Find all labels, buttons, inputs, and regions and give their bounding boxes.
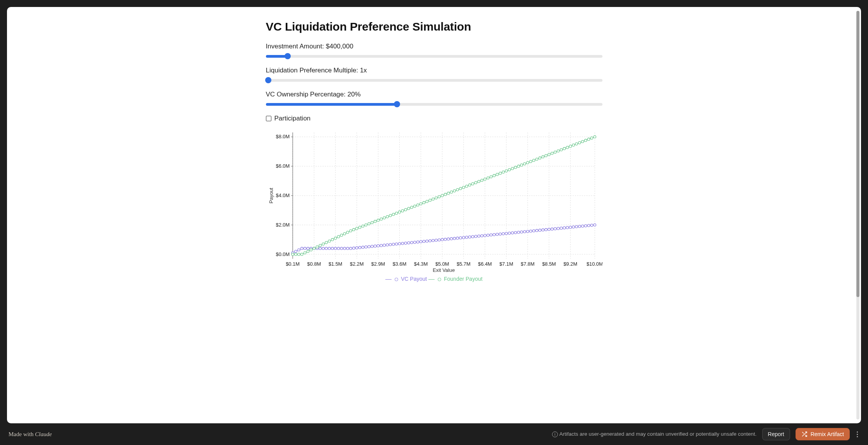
svg-point-159 xyxy=(325,241,327,244)
svg-point-152 xyxy=(304,252,306,254)
svg-point-225 xyxy=(526,162,528,164)
investment-amount-label: Investment Amount: $400,000 xyxy=(266,43,602,50)
svg-point-195 xyxy=(435,197,437,199)
svg-point-224 xyxy=(523,163,526,165)
svg-point-242 xyxy=(578,141,580,144)
info-icon: i xyxy=(552,431,558,437)
svg-point-151 xyxy=(300,253,303,255)
svg-text:$10.0M: $10.0M xyxy=(586,261,602,267)
svg-point-161 xyxy=(331,239,333,241)
svg-point-167 xyxy=(349,230,352,232)
svg-point-99 xyxy=(447,238,449,240)
svg-point-181 xyxy=(392,213,394,215)
svg-point-95 xyxy=(435,239,437,241)
svg-point-196 xyxy=(438,196,440,198)
svg-point-114 xyxy=(493,234,495,236)
svg-point-84 xyxy=(401,242,404,244)
svg-point-72 xyxy=(364,246,367,248)
svg-point-77 xyxy=(380,244,382,247)
svg-point-221 xyxy=(514,166,516,168)
svg-point-79 xyxy=(386,244,388,246)
svg-point-120 xyxy=(511,232,513,234)
svg-point-80 xyxy=(389,243,391,246)
svg-point-208 xyxy=(475,181,477,184)
svg-point-165 xyxy=(343,232,345,235)
vc-ownership-slider[interactable] xyxy=(266,101,602,108)
svg-text:$6.4M: $6.4M xyxy=(478,261,492,267)
svg-point-238 xyxy=(566,146,568,148)
svg-point-220 xyxy=(511,167,513,170)
svg-point-160 xyxy=(328,240,330,242)
svg-point-98 xyxy=(444,238,446,241)
svg-point-187 xyxy=(410,206,412,208)
page-title: VC Liquidation Preference Simulation xyxy=(266,20,602,33)
remix-artifact-button[interactable]: Remix Artifact xyxy=(796,428,850,440)
svg-point-74 xyxy=(371,245,373,247)
svg-point-209 xyxy=(478,180,480,182)
svg-point-108 xyxy=(475,235,477,237)
investment-amount-slider[interactable] xyxy=(266,53,602,60)
svg-point-179 xyxy=(386,215,388,218)
svg-point-71 xyxy=(361,246,364,248)
svg-point-57 xyxy=(319,247,321,249)
svg-text:$4.0M: $4.0M xyxy=(276,192,290,198)
svg-point-222 xyxy=(517,165,519,167)
svg-point-111 xyxy=(483,234,486,237)
svg-point-180 xyxy=(389,214,391,216)
scrollbar[interactable] xyxy=(856,11,859,419)
svg-point-60 xyxy=(328,247,330,249)
svg-point-100 xyxy=(450,237,452,240)
svg-point-66 xyxy=(346,247,349,249)
svg-point-102 xyxy=(456,237,458,239)
svg-point-246 xyxy=(590,137,593,139)
more-menu-button[interactable] xyxy=(855,429,859,440)
svg-point-230 xyxy=(542,156,544,158)
svg-point-158 xyxy=(322,243,324,245)
svg-text:$7.8M: $7.8M xyxy=(521,261,535,267)
svg-point-49 xyxy=(294,250,297,253)
svg-point-142 xyxy=(578,225,580,227)
svg-point-59 xyxy=(325,247,327,249)
svg-point-138 xyxy=(566,226,568,229)
svg-point-163 xyxy=(337,235,339,238)
svg-point-205 xyxy=(465,185,468,187)
svg-point-202 xyxy=(456,189,458,191)
liquidation-multiple-slider[interactable] xyxy=(266,77,602,84)
report-button[interactable]: Report xyxy=(762,428,790,440)
svg-point-241 xyxy=(575,143,577,145)
svg-point-112 xyxy=(487,234,489,236)
svg-text:$1.5M: $1.5M xyxy=(328,261,342,267)
svg-point-78 xyxy=(383,244,385,246)
svg-point-235 xyxy=(557,150,559,152)
svg-point-52 xyxy=(304,247,306,249)
svg-point-190 xyxy=(419,203,422,205)
svg-point-89 xyxy=(416,241,419,243)
svg-text:$2.2M: $2.2M xyxy=(350,261,364,267)
svg-point-146 xyxy=(590,224,593,226)
svg-text:$7.1M: $7.1M xyxy=(499,261,513,267)
svg-point-173 xyxy=(368,223,370,225)
svg-point-141 xyxy=(575,225,577,228)
svg-point-234 xyxy=(554,151,556,153)
svg-text:$2.0M: $2.0M xyxy=(276,222,290,228)
svg-point-126 xyxy=(529,230,531,232)
svg-point-193 xyxy=(429,199,431,201)
artifact-footer: Made with Claude iArtifacts are user-gen… xyxy=(0,423,868,445)
svg-point-121 xyxy=(514,231,516,234)
svg-text:Payout: Payout xyxy=(268,187,274,203)
svg-point-183 xyxy=(398,211,400,213)
svg-text:$0.1M: $0.1M xyxy=(286,261,300,267)
artifact-panel: VC Liquidation Preference Simulation Inv… xyxy=(7,7,861,423)
svg-point-176 xyxy=(377,219,379,221)
shuffle-icon xyxy=(801,431,808,437)
participation-checkbox[interactable] xyxy=(266,116,271,121)
svg-point-113 xyxy=(490,234,492,236)
svg-point-174 xyxy=(371,222,373,224)
svg-point-110 xyxy=(480,235,483,237)
svg-point-185 xyxy=(404,208,407,211)
svg-point-125 xyxy=(526,230,528,232)
svg-point-147 xyxy=(594,224,596,226)
vc-ownership-label: VC Ownership Percentage: 20% xyxy=(266,91,602,98)
svg-point-170 xyxy=(359,226,361,229)
svg-point-219 xyxy=(508,168,510,171)
